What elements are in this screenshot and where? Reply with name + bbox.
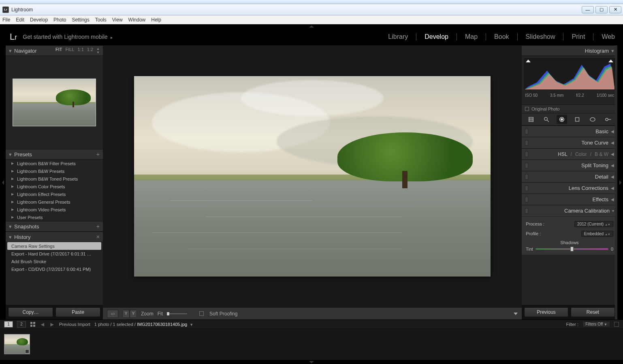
- navigator-header[interactable]: ▾ Navigator FIT FILL 1:1 1:2 ▲▼: [6, 45, 103, 56]
- preset-folder[interactable]: ▶Lightroom Color Presets: [6, 183, 103, 190]
- effects-section[interactable]: Effects◀: [522, 194, 617, 205]
- module-slideshow[interactable]: Slideshow: [526, 33, 555, 40]
- bottom-panel-grab[interactable]: [0, 360, 623, 364]
- menu-settings[interactable]: Settings: [72, 17, 89, 23]
- preset-folder[interactable]: ▶Lightroom Effect Presets: [6, 190, 103, 198]
- snapshots-header[interactable]: ▾ Snapshots +: [6, 221, 103, 232]
- zoom-stepper-icon[interactable]: ▲▼: [96, 47, 100, 54]
- monitor-1-button[interactable]: 1: [4, 321, 13, 328]
- panel-switch[interactable]: [525, 174, 528, 180]
- lens-section[interactable]: Lens Corrections◀: [522, 182, 617, 194]
- grid-view-icon[interactable]: [30, 321, 36, 327]
- filter-select[interactable]: Filters Off ▼: [582, 321, 610, 327]
- add-preset-button[interactable]: +: [96, 151, 100, 158]
- profile-select[interactable]: Embedded▲▼: [581, 231, 613, 237]
- previous-button[interactable]: Previous: [524, 307, 568, 317]
- os-minimize-button[interactable]: —: [582, 6, 594, 13]
- os-close-button[interactable]: ✕: [609, 6, 621, 13]
- get-started-mobile-link[interactable]: Get started with Lightroom mobile ▸: [23, 34, 113, 40]
- zoom-fill[interactable]: FILL: [65, 47, 74, 54]
- module-map[interactable]: Map: [465, 33, 478, 40]
- filmstrip[interactable]: [0, 328, 623, 360]
- module-book[interactable]: Book: [494, 33, 509, 40]
- nav-back-button[interactable]: ◄: [40, 321, 45, 328]
- shadow-clipping-icon[interactable]: [526, 60, 531, 62]
- panel-switch[interactable]: [525, 140, 528, 146]
- zoom-1-2[interactable]: 1:2: [87, 47, 93, 54]
- graduated-tool[interactable]: [572, 115, 582, 124]
- menu-develop[interactable]: Develop: [30, 17, 48, 23]
- panel-switch[interactable]: [525, 129, 528, 134]
- original-photo-row[interactable]: Original Photo: [522, 104, 617, 113]
- zoom-slider[interactable]: [167, 313, 187, 314]
- presets-header[interactable]: ▾ Presets +: [6, 149, 103, 160]
- panel-switch[interactable]: [525, 197, 528, 202]
- clear-history-button[interactable]: ×: [96, 234, 100, 240]
- process-select[interactable]: 2012 (Current)▲▼: [574, 221, 613, 227]
- crop-tool[interactable]: [526, 115, 536, 124]
- right-scrollbar[interactable]: [615, 45, 617, 319]
- menu-view[interactable]: View: [112, 17, 123, 23]
- preset-folder[interactable]: ▶Lightroom Video Presets: [6, 206, 103, 213]
- histogram-panel[interactable]: ISO 50 3.5 mm f/2.2 1/100 sec: [522, 56, 617, 104]
- original-photo-checkbox[interactable]: [525, 107, 529, 111]
- panel-switch[interactable]: [525, 208, 528, 214]
- zoom-fit[interactable]: FIT: [55, 47, 62, 54]
- right-panel-grab[interactable]: [617, 45, 623, 319]
- hsl-tab[interactable]: HSL: [558, 151, 567, 157]
- menu-window[interactable]: Window: [128, 17, 146, 23]
- hsl-section[interactable]: HSL / Color / B & W ◀: [522, 148, 617, 160]
- filmstrip-thumb[interactable]: [4, 334, 30, 354]
- top-panel-grab[interactable]: [0, 24, 623, 28]
- before-after-y-button[interactable]: Y: [122, 310, 130, 318]
- splittoning-section[interactable]: Split Toning◀: [522, 160, 617, 171]
- module-develop[interactable]: Develop: [425, 33, 448, 40]
- preset-folder[interactable]: ▶Lightroom B&W Presets: [6, 167, 103, 175]
- panel-switch[interactable]: [525, 163, 528, 168]
- preset-folder[interactable]: ▶Lightroom B&W Filter Presets: [6, 160, 103, 167]
- source-label[interactable]: Previous Import: [59, 322, 90, 327]
- paste-button[interactable]: Paste: [55, 307, 100, 317]
- redeye-tool[interactable]: [557, 115, 567, 124]
- calibration-section[interactable]: Camera Calibration▾: [522, 205, 617, 216]
- preset-folder[interactable]: ▶Lightroom B&W Toned Presets: [6, 175, 103, 183]
- add-snapshot-button[interactable]: +: [96, 223, 100, 230]
- menu-file[interactable]: File: [2, 17, 10, 23]
- histogram-header[interactable]: Histogram ▾: [522, 45, 617, 56]
- preset-folder[interactable]: ▶User Presets: [6, 213, 103, 221]
- before-after-yy-button[interactable]: Y: [130, 310, 137, 318]
- menu-tools[interactable]: Tools: [95, 17, 107, 23]
- navigator-preview[interactable]: [6, 56, 103, 149]
- history-item[interactable]: Export - CD/DVD (7/2/2017 6:00:41 PM): [6, 265, 103, 273]
- panel-switch[interactable]: [525, 185, 528, 191]
- history-item[interactable]: Add Brush Stroke: [6, 258, 103, 265]
- tint-slider[interactable]: [536, 248, 608, 250]
- radial-tool[interactable]: [587, 115, 598, 124]
- preset-folder[interactable]: ▶Lightroom General Presets: [6, 198, 103, 206]
- monitor-2-button[interactable]: 2: [17, 321, 26, 328]
- nav-forward-button[interactable]: ►: [49, 321, 55, 328]
- menu-edit[interactable]: Edit: [16, 17, 24, 23]
- os-maximize-button[interactable]: ▢: [595, 6, 608, 13]
- tonecurve-section[interactable]: Tone Curve◀: [522, 137, 617, 148]
- soft-proofing-checkbox[interactable]: [199, 311, 204, 316]
- reset-button[interactable]: Reset: [571, 307, 615, 317]
- loupe-view-button[interactable]: ▭: [107, 310, 118, 318]
- panel-switch[interactable]: [525, 151, 528, 157]
- basic-section[interactable]: Basic◀: [522, 126, 617, 137]
- menu-photo[interactable]: Photo: [53, 17, 66, 23]
- bw-tab[interactable]: B & W: [595, 151, 608, 157]
- spot-tool[interactable]: [541, 115, 552, 124]
- color-tab[interactable]: Color: [575, 151, 587, 157]
- toolbar-menu-icon[interactable]: [514, 313, 518, 315]
- module-print[interactable]: Print: [572, 33, 585, 40]
- left-panel-grab[interactable]: [0, 45, 6, 319]
- detail-section[interactable]: Detail◀: [522, 171, 617, 182]
- filter-lock-icon[interactable]: [614, 322, 619, 327]
- history-item[interactable]: Export - Hard Drive (7/2/2017 6:01:31 …: [6, 250, 103, 258]
- brush-tool[interactable]: [603, 115, 613, 124]
- chevron-down-icon[interactable]: ▼: [190, 323, 193, 327]
- history-header[interactable]: ▾ History ×: [6, 232, 103, 242]
- canvas-area[interactable]: [103, 45, 522, 307]
- module-web[interactable]: Web: [602, 33, 615, 40]
